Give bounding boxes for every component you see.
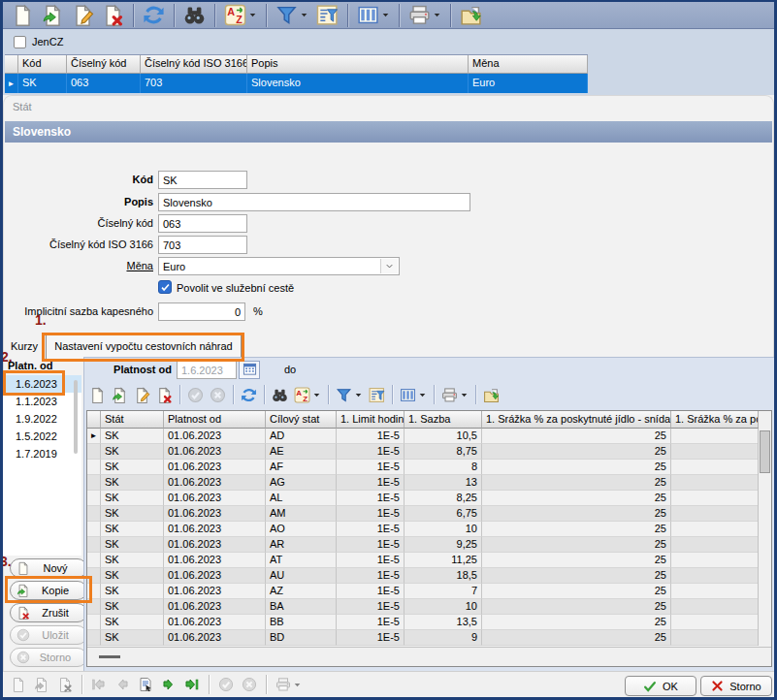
copy-document-button[interactable]: [30, 674, 53, 695]
pocket-rate-input[interactable]: 0: [158, 302, 245, 321]
calendar-button[interactable]: [239, 361, 260, 379]
rates-cell[interactable]: AT: [266, 553, 337, 568]
rates-cell[interactable]: 25: [482, 568, 671, 584]
new-document-button[interactable]: [7, 674, 30, 695]
dropdown-arrow-icon[interactable]: [418, 391, 427, 399]
validity-date-item[interactable]: 1.5.2022: [3, 428, 81, 445]
rates-row[interactable]: SK01.06.2023AU1E-518,525: [87, 568, 771, 584]
rates-column-header[interactable]: Cílový stat: [266, 411, 337, 429]
new-document-button[interactable]: [8, 3, 38, 28]
rates-row[interactable]: SK01.06.2023AT1E-511,2525: [87, 553, 771, 568]
delete-document-button[interactable]: [98, 3, 128, 28]
rates-column-header[interactable]: 1. Limit hodin: [337, 411, 405, 429]
field-input-3[interactable]: 063: [158, 214, 247, 233]
rates-cell[interactable]: 10: [405, 522, 482, 537]
field-input-4[interactable]: 703: [158, 236, 247, 254]
nav-last-button[interactable]: [180, 674, 204, 695]
rates-cell[interactable]: 01.06.2023: [164, 506, 266, 522]
storno-button[interactable]: Storno: [10, 648, 87, 667]
rates-cell[interactable]: 25: [482, 429, 671, 444]
rates-cell[interactable]: AG: [266, 475, 337, 491]
rates-cell[interactable]: 1E-5: [337, 568, 405, 584]
cancel-circle-button[interactable]: [238, 674, 261, 695]
rates-cell[interactable]: 01.06.2023: [164, 475, 266, 491]
rates-cell[interactable]: 01.06.2023: [164, 599, 266, 615]
rates-cell[interactable]: [671, 615, 759, 630]
rates-cell[interactable]: 01.06.2023: [164, 615, 266, 630]
rates-cell[interactable]: SK: [101, 553, 164, 568]
rates-column-header[interactable]: 1. Srážka % za poskytnuté jídlo - snídan…: [482, 411, 671, 429]
rates-cell[interactable]: 9,25: [405, 537, 482, 553]
rates-cell[interactable]: 8,75: [405, 444, 482, 460]
rates-cell[interactable]: 10: [405, 599, 482, 615]
rates-cell[interactable]: 01.06.2023: [164, 553, 266, 568]
find-button[interactable]: [269, 383, 291, 406]
rates-cell[interactable]: 1E-5: [337, 584, 405, 599]
print-button[interactable]: [438, 383, 471, 406]
rates-cell[interactable]: AO: [266, 522, 337, 537]
rates-cell[interactable]: 1E-5: [337, 491, 405, 506]
rates-cell[interactable]: 25: [482, 460, 671, 475]
rates-cell[interactable]: SK: [101, 599, 164, 615]
rates-cell[interactable]: BA: [266, 599, 337, 615]
edit-document-button[interactable]: [68, 3, 98, 28]
rates-row[interactable]: SK01.06.2023BA1E-51025: [87, 599, 771, 615]
rates-row[interactable]: SK01.06.2023AZ1E-5725: [87, 584, 771, 599]
rates-cell[interactable]: [671, 568, 759, 584]
columns-button[interactable]: [397, 383, 430, 406]
countries-column-header[interactable]: Číselný kód ISO 3166: [141, 55, 247, 74]
rates-cell[interactable]: 1E-5: [337, 615, 405, 630]
rates-cell[interactable]: [671, 537, 759, 553]
uloit-button[interactable]: Uložit: [10, 625, 87, 645]
rates-column-header[interactable]: Platnost od: [164, 411, 266, 429]
rates-cell[interactable]: 01.06.2023: [164, 444, 266, 460]
countries-cell[interactable]: Euro: [469, 74, 588, 93]
rates-cell[interactable]: 1E-5: [337, 475, 405, 491]
copy-document-button[interactable]: [38, 3, 68, 28]
rates-cell[interactable]: 9: [405, 630, 482, 646]
validity-date-item[interactable]: 1.7.2019: [3, 445, 81, 462]
rates-cell[interactable]: 1E-5: [337, 599, 405, 615]
field-input-1[interactable]: SK: [158, 171, 247, 189]
jencz-checkbox[interactable]: [14, 36, 26, 48]
dropdown-arrow-icon[interactable]: [460, 391, 469, 399]
rates-cell[interactable]: AD: [266, 429, 337, 444]
rates-cell[interactable]: SK: [101, 630, 164, 646]
rates-cell[interactable]: 01.06.2023: [164, 584, 266, 599]
rates-cell[interactable]: 7: [405, 584, 482, 599]
rates-cell[interactable]: 01.06.2023: [164, 537, 266, 553]
filter-list-button[interactable]: [312, 3, 342, 28]
rates-cell[interactable]: [671, 429, 759, 444]
rates-cell[interactable]: [671, 444, 759, 460]
dropdown-arrow-icon[interactable]: [248, 11, 257, 19]
export-button[interactable]: [480, 383, 502, 406]
countries-column-header[interactable]: Popis: [247, 55, 469, 74]
print-button[interactable]: [272, 674, 306, 695]
rates-cell[interactable]: 1E-5: [337, 460, 405, 475]
columns-button[interactable]: [353, 3, 394, 28]
rates-cell[interactable]: 25: [482, 506, 671, 522]
refresh-button[interactable]: [139, 3, 169, 28]
rates-cell[interactable]: SK: [101, 522, 164, 537]
edit-document-button[interactable]: [131, 383, 153, 406]
rates-cell[interactable]: SK: [101, 506, 164, 522]
rates-cell[interactable]: 01.06.2023: [164, 522, 266, 537]
dropdown-arrow-icon[interactable]: [354, 391, 363, 399]
storno-button[interactable]: Storno: [700, 676, 772, 696]
rates-cell[interactable]: 01.06.2023: [164, 491, 266, 506]
countries-selected-row[interactable]: ►SK063703SlovenskoEuro: [5, 74, 588, 93]
rates-cell[interactable]: 25: [482, 522, 671, 537]
validity-from-input[interactable]: 1.6.2023: [177, 361, 237, 379]
countries-column-header[interactable]: Číselný kód: [67, 55, 141, 74]
rates-cell[interactable]: 1E-5: [337, 553, 405, 568]
rates-cell[interactable]: BD: [266, 630, 337, 646]
rates-column-header[interactable]: 1. Srážka % za pos: [671, 411, 759, 429]
rates-cell[interactable]: 13: [405, 475, 482, 491]
export-button[interactable]: [456, 3, 486, 28]
field-input-2[interactable]: Slovensko: [158, 193, 470, 211]
accept-circle-button[interactable]: [214, 674, 238, 695]
rates-cell[interactable]: [671, 599, 759, 615]
rates-cell[interactable]: 01.06.2023: [164, 630, 266, 646]
accept-circle-button[interactable]: [184, 383, 207, 406]
rates-row[interactable]: SK01.06.2023AE1E-58,7525: [87, 444, 771, 460]
